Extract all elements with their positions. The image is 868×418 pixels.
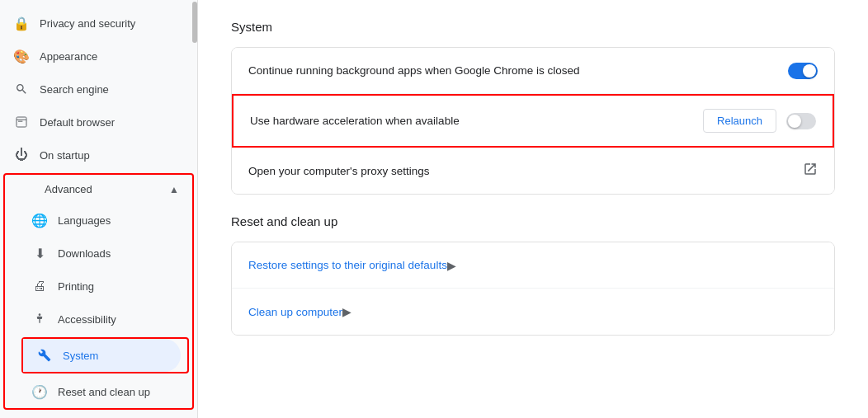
clean-up-text: Clean up computer: [248, 306, 342, 318]
toggle-knob: [803, 64, 816, 77]
proxy-settings-text: Open your computer's proxy settings: [248, 165, 803, 177]
svg-rect-2: [18, 121, 22, 122]
sidebar-item-label: Privacy and security: [40, 17, 135, 30]
globe-icon: 🌐: [31, 212, 48, 228]
toggle-knob: [788, 115, 801, 128]
sidebar-item-label: Search engine: [40, 83, 109, 96]
svg-rect-1: [17, 120, 26, 120]
paint-icon: 🎨: [13, 48, 30, 64]
scrollbar[interactable]: [192, 2, 197, 43]
hardware-accel-text: Use hardware acceleration when available: [250, 115, 703, 127]
sidebar-item-label: Printing: [58, 280, 94, 293]
relaunch-button[interactable]: Relaunch: [703, 109, 776, 133]
sidebar-item-label: System: [63, 350, 98, 362]
wrench-icon: [36, 347, 53, 364]
advanced-section: Advanced ▲ 🌐 Languages ⬇ Downloads 🖨 Pri…: [3, 173, 194, 410]
search-icon: [13, 81, 30, 97]
background-apps-row: Continue running background apps when Go…: [232, 48, 834, 94]
svg-rect-0: [17, 117, 26, 127]
reset-section: Reset and clean up Restore settings to t…: [231, 214, 835, 336]
lock-icon: 🔒: [13, 15, 30, 31]
arrow-icon: ▶: [447, 259, 456, 272]
proxy-settings-row[interactable]: Open your computer's proxy settings: [232, 148, 834, 194]
restore-settings-text: Restore settings to their original defau…: [248, 259, 447, 271]
download-icon: ⬇: [31, 245, 48, 261]
external-link-icon: [803, 162, 818, 181]
reset-card: Restore settings to their original defau…: [231, 242, 835, 336]
background-apps-text: Continue running background apps when Go…: [248, 64, 788, 77]
chevron-up-icon: ▲: [169, 184, 179, 195]
sidebar-item-label: On startup: [40, 149, 90, 162]
sidebar-item-on-startup[interactable]: ⏻ On startup: [0, 139, 191, 171]
print-icon: 🖨: [31, 278, 48, 294]
sidebar-item-label: Downloads: [58, 247, 111, 260]
sidebar-item-label: Reset and clean up: [58, 386, 150, 398]
sidebar-item-label: Accessibility: [58, 313, 116, 326]
system-card: Continue running background apps when Go…: [231, 47, 835, 195]
sidebar-item-accessibility[interactable]: Accessibility: [18, 303, 186, 336]
sidebar-item-search[interactable]: Search engine: [0, 73, 191, 106]
reset-section-title: Reset and clean up: [231, 214, 835, 228]
svg-point-3: [39, 313, 41, 316]
system-section: System Continue running background apps …: [231, 20, 835, 195]
sidebar-item-system[interactable]: System: [23, 339, 181, 372]
sidebar-item-label: Default browser: [40, 116, 115, 129]
sidebar: 🔒 Privacy and security 🎨 Appearance Sear…: [0, 0, 198, 418]
sidebar-item-label: Appearance: [40, 50, 97, 63]
sidebar-item-downloads[interactable]: ⬇ Downloads: [18, 237, 186, 270]
sidebar-item-printing[interactable]: 🖨 Printing: [18, 270, 186, 303]
background-apps-toggle[interactable]: [788, 63, 818, 79]
sidebar-item-default-browser[interactable]: Default browser: [0, 106, 191, 139]
arrow-icon: ▶: [342, 305, 351, 318]
sidebar-item-privacy[interactable]: 🔒 Privacy and security: [0, 7, 191, 40]
system-box: System: [21, 337, 189, 373]
sidebar-item-reset[interactable]: 🕐 Reset and clean up: [18, 375, 186, 408]
hardware-accel-row: Use hardware acceleration when available…: [232, 94, 834, 148]
hardware-accel-toggle[interactable]: [786, 113, 816, 129]
accessibility-icon: [31, 311, 48, 327]
system-section-title: System: [231, 20, 835, 34]
sidebar-item-languages[interactable]: 🌐 Languages: [18, 204, 186, 237]
sidebar-item-appearance[interactable]: 🎨 Appearance: [0, 40, 191, 73]
reset-icon: 🕐: [31, 383, 48, 400]
clean-up-row[interactable]: Clean up computer ▶: [232, 289, 834, 335]
advanced-label: Advanced: [45, 183, 159, 195]
restore-settings-row[interactable]: Restore settings to their original defau…: [232, 242, 834, 289]
advanced-children: 🌐 Languages ⬇ Downloads 🖨 Printing Acces…: [5, 204, 192, 408]
main-content: System Continue running background apps …: [198, 0, 868, 418]
advanced-header[interactable]: Advanced ▲: [5, 175, 192, 204]
startup-icon: ⏻: [13, 147, 30, 163]
browser-icon: [13, 114, 30, 130]
sidebar-item-label: Languages: [58, 214, 111, 227]
